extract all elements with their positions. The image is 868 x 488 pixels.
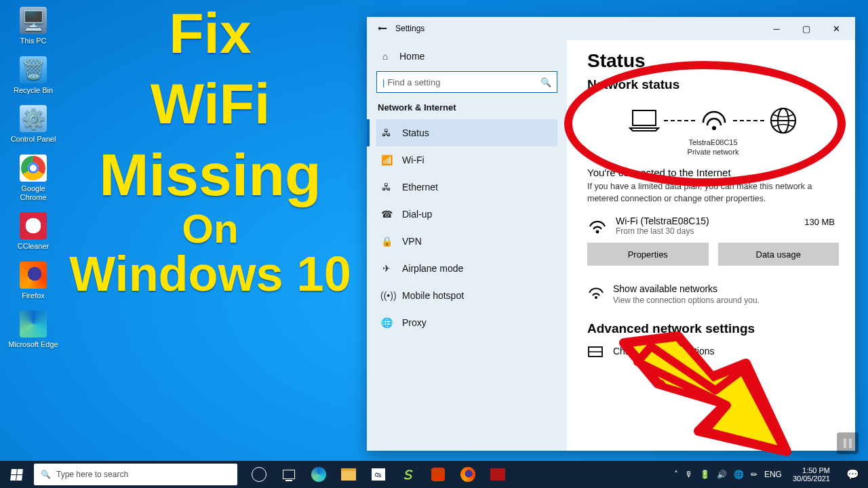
change-adapter-title: Change adapter options — [613, 346, 714, 357]
taskbar: 🔍 Type here to search 🛍 𝘚 ˄ 🎙 🔋 🔊 🌐 ✏ EN… — [0, 461, 868, 488]
nav-status[interactable]: 🖧Status — [376, 119, 557, 146]
adapter-icon — [587, 346, 605, 361]
dash-line — [664, 120, 695, 121]
shortcut-ccleaner[interactable]: CCleaner — [8, 212, 58, 251]
settings-sidebar: ⌂ Home | Find a setting 🔍 Network & Inte… — [367, 40, 567, 451]
vpn-icon: 🔒 — [380, 236, 393, 247]
shortcut-chrome[interactable]: Google Chrome — [8, 155, 58, 201]
headline-3: Missing — [64, 146, 356, 203]
close-button[interactable]: ✕ — [821, 18, 851, 39]
sidebar-category: Network & Internet — [378, 102, 557, 113]
ethernet-icon: 🖧 — [380, 182, 393, 192]
start-button[interactable] — [0, 461, 33, 488]
tray-battery-icon[interactable]: 🔋 — [700, 470, 710, 479]
chrome-icon — [20, 155, 47, 182]
explorer-icon — [341, 468, 356, 481]
change-adapter-link[interactable]: Change adapter options — [587, 346, 839, 361]
shortcut-recycle-bin[interactable]: 🗑️Recycle Bin — [8, 56, 58, 95]
headline-2: WiFi — [64, 77, 356, 131]
settings-content: Status Network status — [567, 40, 855, 451]
taskbar-search[interactable]: 🔍 Type here to search — [34, 464, 237, 485]
maximize-button[interactable]: ▢ — [791, 18, 821, 39]
taskbar-pinned: 🛍 𝘚 — [245, 461, 511, 488]
video-title-overlay: Fix WiFi Missing On Windows 10 — [64, 7, 356, 298]
nav-hotspot[interactable]: ((•))Mobile hotspot — [376, 282, 557, 309]
taskbar-clock[interactable]: 1:50 PM 30/05/2021 — [789, 466, 834, 483]
properties-button[interactable]: Properties — [587, 243, 709, 266]
settings-search[interactable]: | Find a setting 🔍 — [376, 71, 557, 93]
store-icon: 🛍 — [372, 468, 385, 481]
tray-volume-icon[interactable]: 🔊 — [717, 470, 727, 479]
tray-pen-icon[interactable]: ✏ — [751, 470, 757, 479]
usage-period: From the last 30 days — [616, 226, 796, 236]
taskbar-explorer[interactable] — [335, 461, 362, 488]
taskview-button[interactable] — [275, 461, 302, 488]
nav-vpn[interactable]: 🔒VPN — [376, 228, 557, 255]
recycle-bin-label: Recycle Bin — [14, 86, 53, 95]
usage-amount: 130 MB — [804, 217, 839, 227]
taskbar-firefox[interactable] — [454, 461, 481, 488]
dash-line-2 — [733, 120, 764, 121]
wifi-link-icon — [587, 283, 605, 301]
edge-label: Microsoft Edge — [8, 340, 58, 349]
this-pc-icon: 🖥️ — [20, 7, 47, 34]
connected-body: If you have a limited data plan, you can… — [587, 181, 838, 205]
taskbar-edge[interactable] — [305, 461, 332, 488]
taskview-icon — [283, 470, 295, 479]
circle-icon — [252, 467, 267, 482]
nav-dialup-label: Dial-up — [402, 209, 432, 220]
section-advanced: Advanced network settings — [587, 321, 839, 336]
home-icon: ⌂ — [379, 51, 391, 62]
tray-network-icon[interactable]: 🌐 — [734, 470, 744, 479]
firefox-icon — [460, 467, 475, 482]
pause-indicator — [837, 432, 859, 454]
svg-point-5 — [596, 230, 599, 234]
headline-4: On — [64, 209, 356, 248]
connected-title: You're connected to the Internet — [587, 167, 839, 178]
firefox-label: Firefox — [22, 291, 45, 300]
wifi-usage-icon — [587, 216, 608, 236]
show-networks-link[interactable]: Show available networks View the connect… — [587, 283, 839, 305]
cortana-button[interactable] — [245, 461, 273, 488]
tray-chevron[interactable]: ˄ — [674, 470, 678, 479]
nav-ethernet[interactable]: 🖧Ethernet — [376, 174, 557, 201]
back-button[interactable]: 🠔 — [374, 23, 391, 34]
svg-point-6 — [595, 296, 597, 299]
nav-dialup[interactable]: ☎Dial-up — [376, 201, 557, 228]
tray-mic-icon[interactable]: 🎙 — [685, 470, 693, 479]
nav-wifi-label: Wi-Fi — [402, 155, 425, 165]
tray-language[interactable]: ENG — [764, 470, 782, 479]
nav-wifi[interactable]: 📶Wi-Fi — [376, 146, 557, 174]
svg-point-1 — [712, 126, 716, 130]
clock-date: 30/05/2021 — [793, 474, 830, 483]
minimize-button[interactable]: ─ — [762, 18, 791, 39]
taskbar-store[interactable]: 🛍 — [365, 461, 392, 488]
data-usage-button[interactable]: Data usage — [718, 243, 840, 266]
shortcut-firefox[interactable]: Firefox — [8, 262, 58, 300]
nav-proxy[interactable]: 🌐Proxy — [376, 309, 557, 336]
show-networks-sub: View the connection options around you. — [613, 296, 760, 305]
nav-vpn-label: VPN — [402, 236, 422, 247]
taskbar-snagit[interactable] — [484, 461, 511, 488]
nav-hotspot-label: Mobile hotspot — [402, 290, 464, 301]
nav-airplane[interactable]: ✈Airplane mode — [376, 255, 557, 282]
control-panel-label: Control Panel — [11, 135, 56, 144]
taskbar-search-placeholder: Type here to search — [56, 470, 128, 479]
window-titlebar[interactable]: 🠔 Settings ─ ▢ ✕ — [367, 17, 855, 40]
edge-icon — [20, 310, 47, 338]
shortcut-edge[interactable]: Microsoft Edge — [8, 310, 58, 349]
proxy-icon: 🌐 — [380, 317, 393, 328]
shortcut-this-pc[interactable]: 🖥️This PC — [8, 7, 58, 45]
headline-5: Windows 10 — [64, 251, 356, 297]
svg-rect-0 — [633, 110, 656, 125]
action-center-button[interactable]: 💬 — [841, 468, 864, 481]
windows-logo-icon — [10, 469, 23, 481]
shortcut-control-panel[interactable]: ⚙️Control Panel — [8, 105, 58, 144]
taskbar-office[interactable] — [425, 461, 452, 488]
diagram-ssid: TelstraE08C15 — [587, 138, 839, 146]
nav-home[interactable]: ⌂ Home — [376, 47, 557, 66]
taskbar-app-s[interactable]: 𝘚 — [395, 461, 422, 488]
chrome-label: Google Chrome — [8, 184, 58, 201]
settings-window: 🠔 Settings ─ ▢ ✕ ⌂ Home | Find a setting… — [367, 17, 855, 451]
dialup-icon: ☎ — [380, 209, 393, 220]
